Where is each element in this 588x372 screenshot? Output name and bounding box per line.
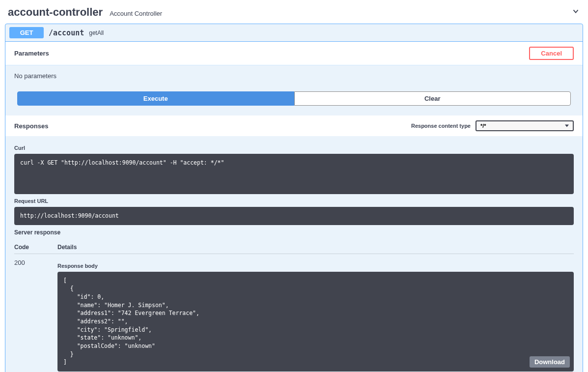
operation-summary[interactable]: GET /account getAll [5,24,583,42]
content-type-label: Response content type [411,123,471,129]
content-type-wrap: Response content type */* [411,120,574,131]
tag-header[interactable]: account-controller Account Controller [4,4,584,24]
response-body[interactable]: [ { "id": 0, "name": "Homer J. Simpson",… [57,272,574,372]
code-header: Code [14,244,34,251]
clear-button[interactable]: Clear [294,91,571,106]
download-button[interactable]: Download [530,356,570,368]
response-body-heading: Response body [57,263,574,269]
action-buttons-row: Execute Clear [5,86,583,115]
execute-button[interactable]: Execute [17,91,294,106]
parameters-bar: Parameters Cancel [5,42,583,65]
content-type-select-wrap: */* [476,120,574,131]
request-url-heading: Request URL [14,198,574,204]
parameters-body: No parameters [5,65,583,86]
details-header: Details [57,244,77,251]
operation-block: GET /account getAll Parameters Cancel No… [5,24,583,372]
tag-description: Account Controller [110,10,162,17]
cancel-button[interactable]: Cancel [529,47,574,60]
tag-name: account-controller [8,6,103,19]
tag-header-left: account-controller Account Controller [8,6,162,19]
http-method-badge: GET [9,27,44,38]
no-parameters-text: No parameters [14,72,56,80]
chevron-down-icon[interactable] [571,7,580,18]
operation-summary-text: getAll [89,29,104,36]
content-type-select[interactable]: */* [476,120,574,131]
curl-heading: Curl [14,145,574,151]
responses-heading: Responses [14,122,48,130]
response-section: Curl curl -X GET "http://localhost:9090/… [5,136,583,372]
curl-command[interactable]: curl -X GET "http://localhost:9090/accou… [14,154,574,194]
response-table-header: Code Details [14,239,574,254]
responses-bar: Responses Response content type */* [5,115,583,136]
response-code: 200 [14,259,34,372]
response-details: Response body [ { "id": 0, "name": "Home… [57,259,574,372]
parameters-heading: Parameters [14,50,49,57]
server-response-heading: Server response [14,229,574,236]
operation-path: /account [49,29,84,37]
response-row: 200 Response body [ { "id": 0, "name": "… [14,254,574,372]
request-url-value[interactable]: http://localhost:9090/account [14,207,574,225]
